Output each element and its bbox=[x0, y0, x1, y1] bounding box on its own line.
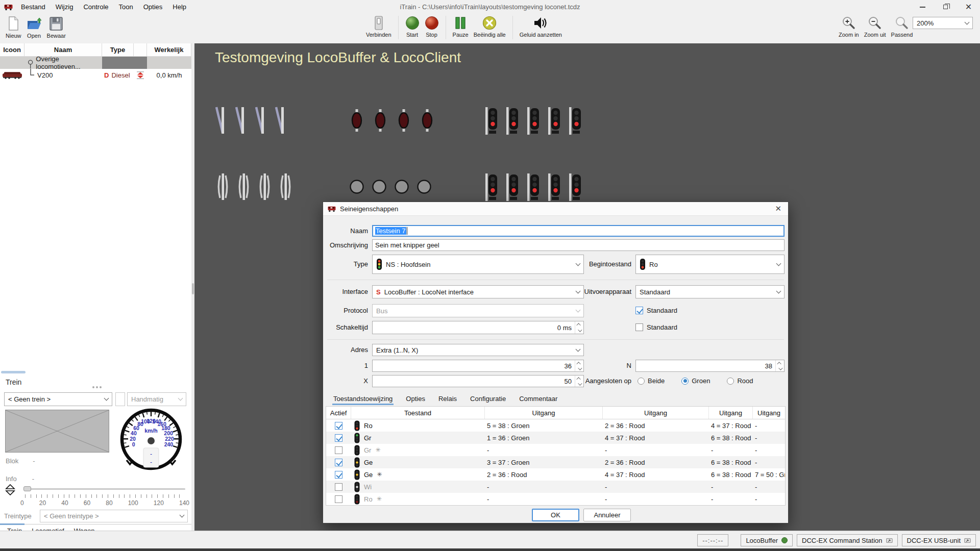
save-button[interactable]: Bewaar bbox=[44, 15, 68, 40]
schakeltijd-standaard-checkbox[interactable] bbox=[635, 323, 643, 331]
start-button[interactable]: Start bbox=[403, 15, 422, 39]
turnout-curved-icon[interactable] bbox=[255, 106, 266, 135]
ok-button[interactable]: OK bbox=[532, 509, 579, 521]
menu-item[interactable]: Bestand bbox=[16, 1, 51, 13]
zoom-out-button[interactable]: Zoom uit bbox=[862, 15, 889, 39]
state-row[interactable]: Ro ✳ - - - - bbox=[326, 493, 785, 505]
signal-red-icon[interactable] bbox=[547, 172, 561, 202]
state-row[interactable]: Ro 5 = 38 : Groen 2 = 36 : Rood 4 = 37 :… bbox=[326, 419, 785, 432]
turnout-double-icon[interactable] bbox=[280, 172, 291, 201]
signal-red-icon[interactable] bbox=[505, 106, 519, 136]
train-select[interactable]: < Geen trein > bbox=[4, 392, 112, 406]
zoom-in-button[interactable]: Zoom in bbox=[836, 15, 862, 39]
state-column-header[interactable]: Uitgang bbox=[603, 407, 709, 419]
state-active-checkbox[interactable] bbox=[335, 446, 342, 454]
table-row-locomotive[interactable]: V200 D Diesel 0,0 km/h bbox=[0, 69, 191, 81]
adres-select[interactable]: Extra (1..N, X) bbox=[372, 344, 584, 356]
gray-disc-icon[interactable] bbox=[372, 172, 386, 201]
dialog-tab[interactable]: Configuratie bbox=[469, 392, 507, 405]
menu-item[interactable]: Wijzig bbox=[51, 1, 79, 13]
radio-option[interactable]: Groen bbox=[681, 377, 710, 385]
signal-red-icon[interactable] bbox=[484, 106, 498, 136]
state-active-checkbox[interactable] bbox=[335, 422, 342, 430]
speed-slider[interactable] bbox=[23, 488, 185, 490]
state-column-header[interactable]: Uitgang bbox=[709, 407, 753, 419]
state-active-checkbox[interactable] bbox=[335, 495, 342, 503]
close-button[interactable]: ✕ bbox=[957, 0, 980, 14]
state-row[interactable]: Gr ✳ - - - - bbox=[326, 444, 785, 456]
omschrijving-input[interactable]: Sein met knipper geel bbox=[372, 239, 785, 251]
type-select[interactable]: NS : Hoofdsein bbox=[372, 255, 584, 274]
status-dccex-usb[interactable]: DCC-EX USB-unit bbox=[902, 534, 976, 546]
spinner-buttons[interactable] bbox=[775, 360, 784, 371]
table-row-group[interactable]: Overige locomotieven... bbox=[0, 57, 191, 69]
state-row[interactable]: Ge 3 = 37 : Groen 2 = 36 : Rood 6 = 38 :… bbox=[326, 456, 785, 468]
dialog-tab[interactable]: Commentaar bbox=[518, 392, 558, 405]
turnout-double-icon[interactable] bbox=[217, 172, 228, 201]
dialog-close-icon[interactable]: ✕ bbox=[773, 204, 783, 213]
dark-red-lamp-icon[interactable] bbox=[421, 106, 434, 135]
state-row[interactable]: Gr 1 = 36 : Groen 4 = 37 : Rood 6 = 38 :… bbox=[326, 432, 785, 444]
status-locobuffer[interactable]: LocoBuffer bbox=[741, 534, 793, 546]
mode-select[interactable]: Handmatig bbox=[127, 392, 186, 406]
speedometer-gauge[interactable]: 020406080100120140160180200220240 km/h -… bbox=[118, 407, 184, 472]
direction-icon[interactable] bbox=[136, 71, 144, 79]
cancel-button[interactable]: Annuleer bbox=[583, 509, 631, 521]
state-active-checkbox[interactable] bbox=[335, 459, 342, 466]
turnout-curved-icon[interactable] bbox=[275, 106, 286, 135]
state-row[interactable]: Ge ✳ 2 = 36 : Rood 4 = 37 : Rood 6 = 38 … bbox=[326, 468, 785, 481]
sound-button[interactable]: Geluid aanzetten bbox=[517, 15, 565, 39]
state-active-checkbox[interactable] bbox=[335, 434, 342, 442]
dialog-tab[interactable]: Relais bbox=[437, 392, 458, 405]
state-row[interactable]: Wi - - - - bbox=[326, 481, 785, 493]
protocol-select[interactable]: Bus bbox=[372, 304, 584, 317]
gray-disc-icon[interactable] bbox=[417, 172, 431, 201]
interface-select[interactable]: S LocoBuffer : LocoNet interface bbox=[372, 285, 584, 298]
connect-button[interactable]: Verbinden bbox=[363, 15, 394, 39]
gray-disc-icon[interactable] bbox=[395, 172, 409, 201]
state-column-header[interactable]: Uitgang bbox=[485, 407, 603, 419]
column-header[interactable] bbox=[134, 43, 147, 56]
spinner-buttons[interactable] bbox=[575, 321, 583, 334]
treintype-select[interactable]: < Geen treintype > bbox=[40, 510, 188, 522]
minimize-button[interactable] bbox=[911, 0, 934, 14]
column-header[interactable]: Icoon bbox=[0, 43, 24, 56]
radio-option[interactable]: Beide bbox=[638, 377, 665, 385]
state-active-checkbox[interactable] bbox=[335, 471, 342, 479]
turnout-double-icon[interactable] bbox=[259, 172, 270, 201]
signal-red-icon[interactable] bbox=[505, 172, 519, 202]
begintoestand-select[interactable]: Ro bbox=[635, 255, 785, 274]
signal-red-icon[interactable] bbox=[526, 106, 540, 136]
stop-button[interactable]: Stop bbox=[422, 15, 442, 39]
end-all-button[interactable]: Beëindig alle bbox=[471, 15, 508, 39]
signal-red-icon[interactable] bbox=[568, 106, 582, 136]
uitvoerapparaat-select[interactable]: Standaard bbox=[635, 285, 785, 298]
column-header[interactable]: Naam bbox=[24, 43, 102, 56]
zoom-fit-button[interactable]: Passend bbox=[889, 15, 916, 39]
status-dccex-command[interactable]: DCC-EX Command Station bbox=[797, 534, 898, 546]
dark-red-lamp-icon[interactable] bbox=[397, 106, 410, 135]
adres-x-input[interactable]: 50 bbox=[372, 375, 584, 387]
dark-red-lamp-icon[interactable] bbox=[350, 106, 363, 135]
adres-1-input[interactable]: 36 bbox=[372, 360, 584, 372]
splitter-grip[interactable] bbox=[192, 283, 194, 294]
adres-n-input[interactable]: 38 bbox=[635, 360, 785, 372]
open-button[interactable]: Open bbox=[24, 15, 44, 40]
signal-red-icon[interactable] bbox=[484, 172, 498, 202]
menu-item[interactable]: Opties bbox=[138, 1, 168, 13]
dialog-title-bar[interactable]: Seineigenschappen ✕ bbox=[323, 202, 788, 216]
state-active-checkbox[interactable] bbox=[335, 483, 342, 491]
signal-red-icon[interactable] bbox=[526, 172, 540, 202]
zoom-level-select[interactable]: 200% bbox=[913, 17, 973, 29]
state-column-header[interactable]: Actief bbox=[326, 407, 351, 419]
turnout-curved-icon[interactable] bbox=[235, 106, 246, 135]
menu-item[interactable]: Help bbox=[167, 1, 191, 13]
state-column-header[interactable]: Uitgang bbox=[753, 407, 785, 419]
pause-button[interactable]: Pauze bbox=[450, 15, 471, 39]
horizontal-scrollbar[interactable] bbox=[1, 371, 26, 373]
naam-input[interactable]: Testsein 7 bbox=[372, 225, 785, 237]
protocol-standaard-checkbox[interactable] bbox=[635, 307, 643, 314]
slider-thumb[interactable] bbox=[23, 486, 31, 491]
menu-item[interactable]: Controle bbox=[78, 1, 113, 13]
schakeltijd-input[interactable]: 0 ms bbox=[372, 321, 584, 334]
